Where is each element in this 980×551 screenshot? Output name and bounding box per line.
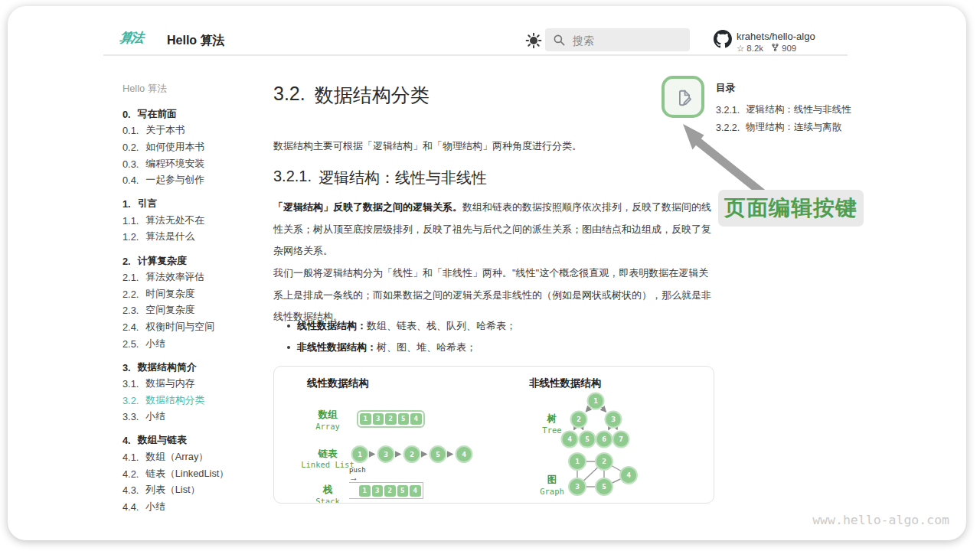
linear-paragraph: 我们一般将逻辑结构分为「线性」和「非线性」两种。"线性"这个概念很直观，即表明数…	[273, 262, 712, 328]
logic-paragraph: 「逻辑结构」反映了数据之间的逻辑关系。数组和链表的数据按照顺序依次排列，反映了数…	[273, 197, 712, 262]
bullet-nonlinear: 非线性数据结构：树、图、堆、哈希表；	[287, 341, 716, 354]
repo-stats: ☆ 8.2k 909	[737, 43, 796, 54]
star-count: 8.2k	[746, 44, 763, 53]
intro-paragraph: 数据结构主要可根据「逻辑结构」和「物理结构」两种角度进行分类。	[273, 135, 712, 158]
sidebar-item[interactable]: 4.1.数组（Array）	[122, 449, 264, 466]
search-box[interactable]	[545, 28, 690, 51]
sidebar-item[interactable]: 4.数组与链表	[122, 432, 264, 449]
sidebar-item[interactable]: 0.1.关于本书	[122, 122, 264, 139]
graph-diagram: 12345	[554, 448, 642, 503]
figure-cell: 5	[398, 413, 410, 425]
array-label-zh: 数组	[302, 409, 353, 422]
sidebar-item[interactable]: 0.4.一起参与创作	[122, 172, 264, 189]
sidebar-nav: 0.写在前面0.1.关于本书0.2.如何使用本书0.3.编程环境安装0.4.一起…	[122, 99, 264, 515]
sidebar-item[interactable]: 0.3.编程环境安装	[122, 155, 264, 172]
sidebar-item[interactable]: 3.1.数据与内存	[122, 376, 264, 393]
svg-text:2: 2	[602, 457, 606, 465]
sidebar-item[interactable]: 0.2.如何使用本书	[122, 139, 264, 156]
sidebar-item[interactable]: 3.数据结构简介	[122, 359, 264, 376]
svg-text:5: 5	[602, 482, 606, 491]
figure-cell: 4	[410, 485, 421, 497]
sidebar-title[interactable]: Hello 算法	[122, 83, 167, 96]
figure-linear-title: 线性数据结构	[307, 377, 369, 390]
theme-toggle-button[interactable]	[525, 32, 542, 49]
sidebar-item[interactable]: 3.3.小结	[122, 409, 264, 425]
figure-cell: 3	[372, 485, 384, 497]
toc-title: 目录	[716, 82, 735, 95]
sidebar-item[interactable]: 1.引言	[122, 196, 264, 213]
array-diagram: 13254	[357, 410, 425, 428]
sidebar-item[interactable]: 2.2.时间复杂度	[122, 285, 264, 302]
page-edit-button[interactable]	[662, 76, 704, 118]
page-title: 3.2.数据结构分类	[273, 83, 430, 108]
figure-cell: 5	[397, 485, 409, 497]
stack-label-zh: 栈	[302, 484, 353, 497]
brightness-icon	[525, 38, 542, 51]
figure-cell: 2	[385, 413, 397, 425]
watermark: www.hello-algo.com	[812, 513, 949, 527]
svg-text:6: 6	[602, 435, 606, 443]
svg-text:5: 5	[436, 450, 440, 458]
github-icon	[714, 30, 732, 51]
tree-diagram: 1234567	[552, 388, 636, 451]
svg-text:5: 5	[585, 435, 590, 443]
list-label-zh: 链表	[302, 448, 353, 461]
svg-text:1: 1	[358, 450, 362, 458]
sidebar-item[interactable]: 2.1.算法效率评估	[122, 269, 264, 286]
sidebar-item[interactable]: 2.3.空间复杂度	[122, 302, 264, 319]
svg-text:4: 4	[567, 435, 572, 443]
bullet-dot	[287, 346, 290, 349]
figure-cell: 3	[373, 413, 384, 425]
section-heading: 3.2.1.逻辑结构：线性与非线性	[273, 168, 487, 188]
svg-text:4: 4	[626, 471, 631, 479]
svg-text:3: 3	[575, 482, 580, 491]
sidebar-item[interactable]: 2.5.小结	[122, 335, 264, 352]
push-arrow-icon: →	[349, 474, 358, 481]
sidebar-item[interactable]: 4.4.小结	[122, 499, 264, 516]
screenshot-frame: 算法 Hello 算法 krahets/hello-algo ☆	[0, 0, 980, 551]
sidebar-item[interactable]: 2.计算复杂度	[122, 253, 264, 269]
svg-text:3: 3	[384, 450, 388, 458]
sidebar-item[interactable]: 1.2.算法是什么	[122, 229, 264, 246]
svg-text:1: 1	[575, 457, 580, 465]
figure-cell: 1	[359, 485, 371, 497]
linked-list-diagram: 13254	[351, 444, 485, 465]
sidebar-item[interactable]: 4.2.链表（LinkedList）	[122, 465, 264, 482]
repo-name: krahets/hello-algo	[737, 31, 815, 42]
site-title[interactable]: Hello 算法	[167, 33, 225, 49]
figure-cell: 4	[410, 413, 422, 425]
svg-text:1: 1	[593, 396, 598, 405]
array-label-en: Array	[293, 422, 362, 431]
app-window: 算法 Hello 算法 krahets/hello-algo ☆	[8, 6, 966, 540]
fork-count: 909	[782, 44, 796, 53]
fork-icon	[771, 43, 779, 54]
svg-text:2: 2	[577, 415, 581, 423]
header-divider	[103, 54, 848, 56]
search-input[interactable]	[571, 28, 688, 53]
data-structures-figure: 线性数据结构 非线性数据结构 数组 Array 13254 链表 Linked …	[273, 366, 714, 504]
sidebar-item[interactable]: 2.4.权衡时间与空间	[122, 319, 264, 336]
bullet-linear: 线性数据结构：数组、链表、栈、队列、哈希表；	[287, 319, 716, 333]
svg-text:7: 7	[619, 435, 623, 443]
figure-cell: 1	[360, 413, 371, 425]
svg-text:3: 3	[611, 415, 616, 423]
sidebar-item[interactable]: 1.1.算法无处不在	[122, 213, 264, 230]
sidebar-item[interactable]: 4.3.列表（List）	[122, 482, 264, 499]
svg-text:4: 4	[462, 450, 466, 458]
stack-diagram: 13254	[349, 482, 423, 499]
sidebar-item[interactable]: 3.2.数据结构分类	[122, 393, 264, 409]
svg-text:2: 2	[410, 450, 414, 458]
annotation-label: 页面编辑按键	[718, 190, 864, 227]
star-icon: ☆	[737, 43, 744, 54]
figure-cell: 2	[384, 485, 396, 497]
hello-algo-logo[interactable]: 算法	[119, 29, 143, 47]
bullet-dot	[287, 324, 290, 328]
sidebar-item[interactable]: 0.写在前面	[122, 106, 264, 123]
